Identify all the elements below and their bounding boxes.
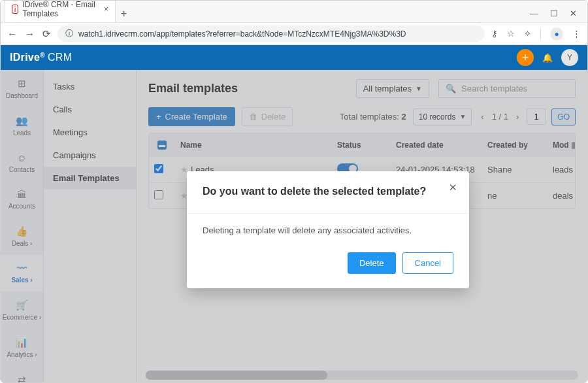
confirm-delete-button[interactable]: Delete [348, 252, 396, 274]
browser-titlebar: i IDrive® CRM - Email Templates × + — ☐ … [1, 1, 587, 23]
bell-icon[interactable]: 🔔 [539, 49, 556, 66]
user-avatar[interactable]: Y [561, 49, 578, 66]
new-tab-button[interactable]: + [116, 5, 132, 22]
create-button[interactable]: + [517, 49, 534, 66]
site-info-icon[interactable]: ⓘ [65, 28, 73, 39]
close-icon[interactable]: ✕ [449, 182, 457, 193]
browser-tab[interactable]: i IDrive® CRM - Email Templates × [5, 0, 116, 22]
browser-addressbar: ← → ⟳ ⓘ watch1.idrivecrm.com/app/templat… [1, 23, 587, 45]
nav-reload-icon[interactable]: ⟳ [42, 28, 51, 40]
dialog-title: Do you want to delete the selected templ… [203, 186, 453, 197]
app-topbar: IDrive®CRM + 🔔 Y [1, 45, 587, 70]
cancel-button[interactable]: Cancel [402, 252, 453, 274]
nav-forward-icon[interactable]: → [25, 28, 35, 40]
window-minimize-icon[interactable]: — [530, 8, 538, 18]
extensions-icon[interactable]: ✧ [524, 29, 531, 39]
confirm-delete-dialog: ✕ Do you want to delete the selected tem… [187, 171, 469, 288]
brand-logo[interactable]: IDrive®CRM [10, 52, 72, 63]
window-maximize-icon[interactable]: ☐ [550, 8, 558, 18]
separator [540, 28, 541, 40]
url-text: watch1.idrivecrm.com/app/templates?refer… [78, 29, 406, 39]
omnibox[interactable]: ⓘ watch1.idrivecrm.com/app/templates?ref… [57, 25, 485, 42]
tab-title: IDrive® CRM - Email Templates [22, 0, 100, 18]
bookmark-icon[interactable]: ☆ [507, 29, 515, 39]
dialog-body: Deleting a template will delete any asso… [203, 225, 453, 235]
close-icon[interactable]: × [104, 5, 108, 14]
kebab-menu-icon[interactable]: ⋮ [572, 29, 581, 39]
password-icon[interactable]: ⚷ [491, 29, 498, 39]
profile-avatar-icon[interactable]: ● [550, 27, 563, 41]
favicon-icon: i [12, 5, 18, 14]
window-close-icon[interactable]: ✕ [570, 8, 577, 18]
nav-back-icon[interactable]: ← [7, 28, 17, 40]
